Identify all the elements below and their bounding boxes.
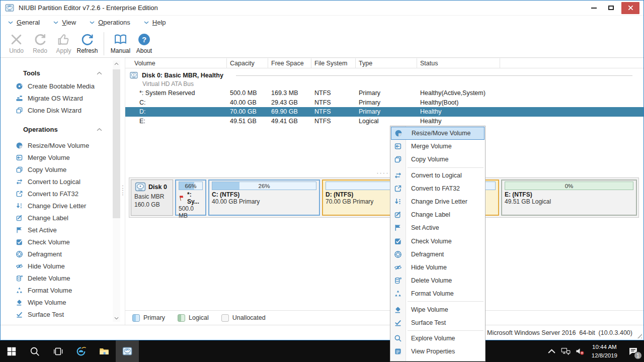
volume-row-e[interactable]: E:49.51 GB49.41 GBNTFSLogicalHealthy (125, 117, 643, 126)
scroll-up-icon[interactable] (113, 60, 120, 67)
toolbar-redo-button[interactable]: Redo (28, 32, 52, 54)
sidebar-item-create-bootable-media[interactable]: Create Bootable Media (16, 80, 125, 92)
toolbar-button-label: Redo (33, 47, 47, 54)
cell-capacity: 40.00 GB (227, 99, 268, 106)
menu-help[interactable]: Help (144, 19, 166, 26)
toolbar-undo-button[interactable]: Undo (5, 32, 28, 54)
close-button[interactable] (621, 2, 639, 14)
sidebar-item-migrate-os-wizard[interactable]: Migrate OS Wizard (16, 92, 125, 104)
sidebar-item-copy-volume[interactable]: Copy Volume (16, 163, 125, 175)
chevron-down-icon (144, 21, 149, 24)
usage-percent: 0% (565, 183, 574, 189)
context-menu-item-convert-to-logical[interactable]: Convert to Logical (390, 169, 485, 182)
legend-item-primary: Primary (132, 314, 165, 322)
sidebar-item-convert-to-fat32[interactable]: Convert to FAT32 (16, 188, 125, 200)
context-menu-item-defragment[interactable]: Defragment (390, 248, 485, 261)
partition-block-e-ntfs[interactable]: 0%E: (NTFS)49.51 GB Logical (501, 179, 637, 216)
cell-volume: *: System Reserved (125, 89, 227, 97)
unallocated-swatch (221, 314, 229, 322)
sidebar-item-change-drive-letter[interactable]: Change Drive Letter (16, 200, 125, 212)
context-menu-item-merge-volume[interactable]: Merge Volume (390, 140, 485, 153)
sidebar-item-resize-move-volume[interactable]: Resize/Move Volume (16, 139, 125, 151)
column-header-file-system[interactable]: File System (311, 58, 356, 68)
tray-expand-button[interactable] (545, 340, 559, 362)
context-menu-item-change-label[interactable]: Change Label (390, 208, 485, 221)
sidebar-item-merge-volume[interactable]: Merge Volume (16, 151, 125, 163)
context-menu-item-copy-volume[interactable]: Copy Volume (390, 153, 485, 166)
sidebar-item-change-label[interactable]: Change Label (16, 212, 125, 224)
set-active-icon (394, 224, 402, 232)
context-menu-item-change-drive-letter[interactable]: Change Drive Letter (390, 195, 485, 208)
panel-splitter-handle[interactable]: ····· (125, 169, 643, 176)
sidebar-item-defragment[interactable]: Defragment (16, 248, 125, 260)
legend-item-logical: Logical (178, 314, 209, 322)
column-header-status[interactable]: Status (417, 58, 500, 68)
sidebar-item-surface-test[interactable]: Surface Test (16, 308, 125, 320)
niubi-taskbar-button[interactable] (116, 340, 139, 362)
sidebar-item-hide-volume[interactable]: Hide Volume (16, 260, 125, 272)
drive-letter-icon (16, 202, 23, 210)
view-properties-icon (394, 347, 402, 355)
column-header-free-space[interactable]: Free Space (268, 58, 311, 68)
toolbar-manual-button[interactable]: Manual (109, 32, 132, 54)
taskbar-clock[interactable]: 10:44 AM 12/8/2019 (587, 343, 622, 359)
column-header-volume[interactable]: Volume (125, 58, 227, 68)
sidebar-section-operations[interactable]: Operations (16, 122, 102, 136)
sidebar-item-wipe-volume[interactable]: Wipe Volume (16, 296, 125, 308)
sidebar-item-clone-disk-wizard[interactable]: Clone Disk Wizard (16, 104, 125, 116)
partition-block-sy[interactable]: 66%*: Sy...500.0 MB (175, 179, 206, 216)
sidebar-item-format-volume[interactable]: Format Volume (16, 284, 125, 296)
search-button[interactable] (23, 340, 46, 362)
sidebar-item-delete-volume[interactable]: Delete Volume (16, 272, 125, 284)
cell-status: Healthy (417, 108, 500, 115)
menu-view[interactable]: View (53, 19, 76, 26)
minimize-button[interactable] (585, 1, 602, 15)
context-menu-item-delete-volume[interactable]: Delete Volume (390, 274, 485, 287)
context-menu-item-set-active[interactable]: Set Active (390, 221, 485, 234)
task-view-button[interactable] (46, 340, 69, 362)
disk-group-row[interactable]: Disk 0: Basic MBR, Healthy Virtual HD AT… (125, 68, 643, 88)
context-menu-item-check-volume[interactable]: Check Volume (390, 235, 485, 248)
context-menu-item-format-volume[interactable]: Format Volume (390, 287, 485, 300)
volume-row-c[interactable]: C:40.00 GB29.43 GBNTFSPrimaryHealthy(Boo… (125, 98, 643, 108)
menu-operations[interactable]: Operations (90, 19, 130, 26)
scrollbar-thumb[interactable] (113, 69, 120, 218)
context-menu-label: Change Drive Letter (411, 198, 467, 205)
network-tray-button[interactable] (559, 340, 573, 362)
sidebar-item-convert-to-logical[interactable]: Convert to Logical (16, 175, 125, 188)
partition-label: E: (NTFS) (505, 191, 633, 198)
sidebar-item-set-active[interactable]: Set Active (16, 224, 125, 236)
file-explorer-button[interactable] (93, 340, 116, 362)
notification-center-button[interactable]: 1 (622, 340, 644, 362)
volume-row-system-reserved[interactable]: *: System Reserved500.0 MB169.3 MBNTFSPr… (125, 88, 643, 98)
toolbar-refresh-button[interactable]: Refresh (75, 32, 99, 54)
context-menu-item-surface-test[interactable]: Surface Test (390, 316, 485, 329)
sidebar-item-check-volume[interactable]: Check Volume (16, 236, 125, 248)
disk-info-block[interactable]: Disk 0 Basic MBR 160.0 GB (131, 179, 173, 216)
toolbar-apply-button[interactable]: Apply (52, 32, 75, 54)
context-menu-item-resize-move-volume[interactable]: Resize/Move Volume (391, 127, 485, 140)
volume-row-d[interactable]: D:70.00 GB69.90 GBNTFSPrimaryHealthy (125, 107, 643, 117)
context-menu-item-view-properties[interactable]: View Properties (390, 345, 485, 358)
partition-block-c-ntfs[interactable]: 26%C: (NTFS)40.00 GB Primary (208, 179, 320, 216)
maximize-button[interactable] (602, 1, 619, 15)
column-header-type[interactable]: Type (356, 58, 417, 68)
menu-general[interactable]: General (8, 19, 40, 26)
context-menu-item-hide-volume[interactable]: Hide Volume (390, 261, 485, 274)
internet-explorer-button[interactable] (69, 340, 93, 362)
start-button[interactable] (0, 340, 23, 362)
sidebar-scrollbar[interactable] (113, 60, 120, 322)
taskbar: 10:44 AM 12/8/2019 1 (0, 340, 644, 362)
volume-tray-button[interactable] (573, 340, 587, 362)
context-menu-item-wipe-volume[interactable]: Wipe Volume (390, 303, 485, 316)
context-menu-item-explore-volume[interactable]: Explore Volume (390, 332, 485, 345)
scroll-down-icon[interactable] (113, 315, 120, 322)
resize-grip[interactable] (635, 332, 642, 338)
sidebar-splitter-handle[interactable]: ····· (121, 185, 124, 196)
primary-swatch (132, 314, 140, 322)
sidebar-section-tools[interactable]: Tools (16, 66, 102, 80)
usage-percent: 66% (185, 183, 196, 189)
column-header-capacity[interactable]: Capacity (227, 58, 268, 68)
toolbar-about-button[interactable]: ?About (132, 32, 156, 54)
context-menu-item-convert-to-fat32[interactable]: Convert to FAT32 (390, 182, 485, 195)
